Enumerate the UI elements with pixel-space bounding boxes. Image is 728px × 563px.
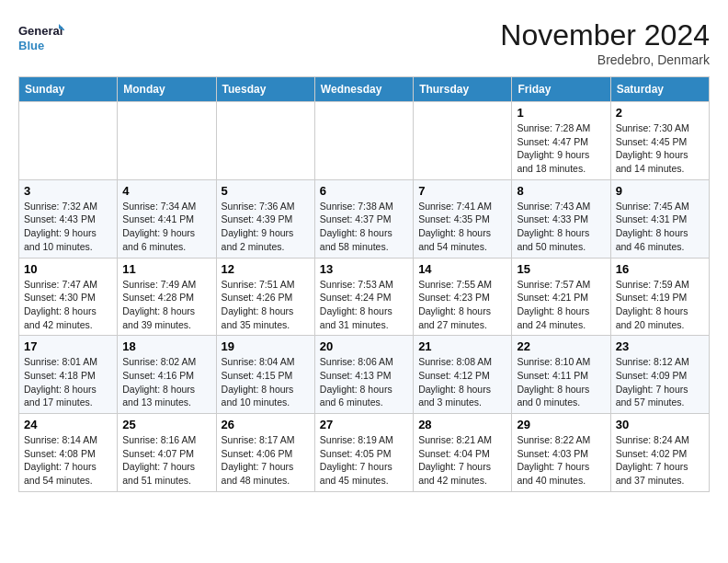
day-info: Sunrise: 8:06 AMSunset: 4:13 PMDaylight:…	[320, 355, 408, 409]
day-info: Sunrise: 8:04 AMSunset: 4:15 PMDaylight:…	[222, 355, 310, 409]
day-number: 19	[222, 339, 310, 353]
calendar-cell: 13Sunrise: 7:53 AMSunset: 4:24 PMDayligh…	[314, 258, 413, 336]
day-number: 13	[320, 262, 408, 276]
day-info: Sunrise: 8:19 AMSunset: 4:05 PMDaylight:…	[320, 433, 408, 488]
calendar-cell: 23Sunrise: 8:12 AMSunset: 4:09 PMDayligh…	[610, 336, 709, 414]
calendar-cell: 27Sunrise: 8:19 AMSunset: 4:05 PMDayligh…	[314, 414, 413, 492]
weekday-header: Friday	[512, 77, 610, 102]
svg-text:General: General	[18, 24, 63, 38]
calendar-cell: 15Sunrise: 7:57 AMSunset: 4:21 PMDayligh…	[512, 258, 610, 336]
day-number: 23	[616, 339, 704, 353]
calendar-week-row: 3Sunrise: 7:32 AMSunset: 4:43 PMDaylight…	[19, 179, 710, 258]
day-info: Sunrise: 8:10 AMSunset: 4:11 PMDaylight:…	[517, 355, 605, 409]
calendar-week-row: 17Sunrise: 8:01 AMSunset: 4:18 PMDayligh…	[19, 336, 710, 414]
weekday-header: Monday	[118, 77, 216, 102]
calendar-cell: 6Sunrise: 7:38 AMSunset: 4:37 PMDaylight…	[314, 179, 413, 258]
day-info: Sunrise: 7:51 AMSunset: 4:26 PMDaylight:…	[222, 278, 310, 332]
day-info: Sunrise: 8:02 AMSunset: 4:16 PMDaylight:…	[122, 355, 210, 409]
day-info: Sunrise: 7:49 AMSunset: 4:28 PMDaylight:…	[122, 278, 210, 332]
calendar-cell: 8Sunrise: 7:43 AMSunset: 4:33 PMDaylight…	[512, 179, 610, 258]
day-number: 25	[122, 418, 210, 431]
calendar-table: SundayMondayTuesdayWednesdayThursdayFrid…	[18, 76, 710, 492]
day-info: Sunrise: 7:38 AMSunset: 4:37 PMDaylight:…	[320, 200, 408, 254]
day-info: Sunrise: 7:47 AMSunset: 4:30 PMDaylight:…	[24, 278, 112, 332]
day-number: 12	[222, 262, 310, 276]
day-number: 6	[320, 184, 408, 198]
day-number: 3	[24, 184, 112, 198]
day-info: Sunrise: 8:12 AMSunset: 4:09 PMDaylight:…	[616, 355, 704, 409]
calendar-cell: 22Sunrise: 8:10 AMSunset: 4:11 PMDayligh…	[512, 336, 610, 414]
day-number: 20	[320, 339, 408, 353]
day-info: Sunrise: 8:16 AMSunset: 4:07 PMDaylight:…	[122, 433, 210, 488]
calendar-cell: 4Sunrise: 7:34 AMSunset: 4:41 PMDaylight…	[118, 179, 216, 258]
day-number: 5	[222, 184, 310, 198]
calendar-cell	[414, 102, 512, 180]
logo: General Blue	[18, 18, 64, 59]
day-info: Sunrise: 7:32 AMSunset: 4:43 PMDaylight:…	[24, 200, 112, 254]
calendar-cell: 14Sunrise: 7:55 AMSunset: 4:23 PMDayligh…	[414, 258, 512, 336]
title-block: November 2024 Bredebro, Denmark	[500, 18, 710, 67]
day-info: Sunrise: 7:41 AMSunset: 4:35 PMDaylight:…	[418, 200, 506, 254]
calendar-cell	[216, 102, 314, 180]
calendar-cell: 28Sunrise: 8:21 AMSunset: 4:04 PMDayligh…	[414, 414, 512, 492]
calendar-cell: 30Sunrise: 8:24 AMSunset: 4:02 PMDayligh…	[610, 414, 709, 492]
day-number: 30	[616, 418, 704, 431]
day-info: Sunrise: 7:55 AMSunset: 4:23 PMDaylight:…	[418, 278, 506, 332]
location: Bredebro, Denmark	[500, 52, 710, 67]
calendar-week-row: 10Sunrise: 7:47 AMSunset: 4:30 PMDayligh…	[19, 258, 710, 336]
day-info: Sunrise: 8:22 AMSunset: 4:03 PMDaylight:…	[517, 433, 605, 488]
day-info: Sunrise: 8:14 AMSunset: 4:08 PMDaylight:…	[24, 433, 112, 488]
calendar-cell: 12Sunrise: 7:51 AMSunset: 4:26 PMDayligh…	[216, 258, 314, 336]
weekday-header: Sunday	[19, 77, 118, 102]
day-info: Sunrise: 8:08 AMSunset: 4:12 PMDaylight:…	[418, 355, 506, 409]
day-info: Sunrise: 7:36 AMSunset: 4:39 PMDaylight:…	[222, 200, 310, 254]
calendar-cell: 3Sunrise: 7:32 AMSunset: 4:43 PMDaylight…	[19, 179, 118, 258]
day-number: 24	[24, 418, 112, 431]
day-info: Sunrise: 8:01 AMSunset: 4:18 PMDaylight:…	[24, 355, 112, 409]
day-number: 1	[517, 106, 605, 120]
day-number: 18	[122, 339, 210, 353]
day-info: Sunrise: 7:57 AMSunset: 4:21 PMDaylight:…	[517, 278, 605, 332]
calendar-cell: 1Sunrise: 7:28 AMSunset: 4:47 PMDaylight…	[512, 102, 610, 180]
calendar-cell: 7Sunrise: 7:41 AMSunset: 4:35 PMDaylight…	[414, 179, 512, 258]
calendar-cell	[118, 102, 216, 180]
day-number: 7	[418, 184, 506, 198]
calendar-cell: 24Sunrise: 8:14 AMSunset: 4:08 PMDayligh…	[19, 414, 118, 492]
month-title: November 2024	[500, 18, 710, 52]
day-number: 11	[122, 262, 210, 276]
day-info: Sunrise: 7:43 AMSunset: 4:33 PMDaylight:…	[517, 200, 605, 254]
calendar-cell: 18Sunrise: 8:02 AMSunset: 4:16 PMDayligh…	[118, 336, 216, 414]
calendar-cell: 11Sunrise: 7:49 AMSunset: 4:28 PMDayligh…	[118, 258, 216, 336]
day-number: 26	[222, 418, 310, 431]
calendar-cell: 2Sunrise: 7:30 AMSunset: 4:45 PMDaylight…	[610, 102, 709, 180]
calendar-cell: 21Sunrise: 8:08 AMSunset: 4:12 PMDayligh…	[414, 336, 512, 414]
day-info: Sunrise: 7:34 AMSunset: 4:41 PMDaylight:…	[122, 200, 210, 254]
calendar-cell: 26Sunrise: 8:17 AMSunset: 4:06 PMDayligh…	[216, 414, 314, 492]
calendar-cell: 16Sunrise: 7:59 AMSunset: 4:19 PMDayligh…	[610, 258, 709, 336]
calendar-cell: 25Sunrise: 8:16 AMSunset: 4:07 PMDayligh…	[118, 414, 216, 492]
calendar-cell: 5Sunrise: 7:36 AMSunset: 4:39 PMDaylight…	[216, 179, 314, 258]
calendar-cell: 19Sunrise: 8:04 AMSunset: 4:15 PMDayligh…	[216, 336, 314, 414]
calendar-week-row: 1Sunrise: 7:28 AMSunset: 4:47 PMDaylight…	[19, 102, 710, 180]
day-number: 21	[418, 339, 506, 353]
day-info: Sunrise: 7:45 AMSunset: 4:31 PMDaylight:…	[616, 200, 704, 254]
day-number: 8	[517, 184, 605, 198]
calendar-cell	[314, 102, 413, 180]
calendar-cell: 29Sunrise: 8:22 AMSunset: 4:03 PMDayligh…	[512, 414, 610, 492]
calendar-cell: 10Sunrise: 7:47 AMSunset: 4:30 PMDayligh…	[19, 258, 118, 336]
day-info: Sunrise: 8:17 AMSunset: 4:06 PMDaylight:…	[222, 433, 310, 488]
day-number: 28	[418, 418, 506, 431]
day-number: 22	[517, 339, 605, 353]
day-info: Sunrise: 7:53 AMSunset: 4:24 PMDaylight:…	[320, 278, 408, 332]
weekday-header: Tuesday	[216, 77, 314, 102]
day-number: 27	[320, 418, 408, 431]
day-info: Sunrise: 7:28 AMSunset: 4:47 PMDaylight:…	[517, 121, 605, 176]
weekday-header: Wednesday	[314, 77, 413, 102]
calendar-cell	[19, 102, 118, 180]
logo-svg: General Blue	[18, 18, 64, 59]
weekday-header: Thursday	[414, 77, 512, 102]
day-number: 4	[122, 184, 210, 198]
day-info: Sunrise: 7:30 AMSunset: 4:45 PMDaylight:…	[616, 121, 704, 176]
day-number: 14	[418, 262, 506, 276]
day-number: 15	[517, 262, 605, 276]
